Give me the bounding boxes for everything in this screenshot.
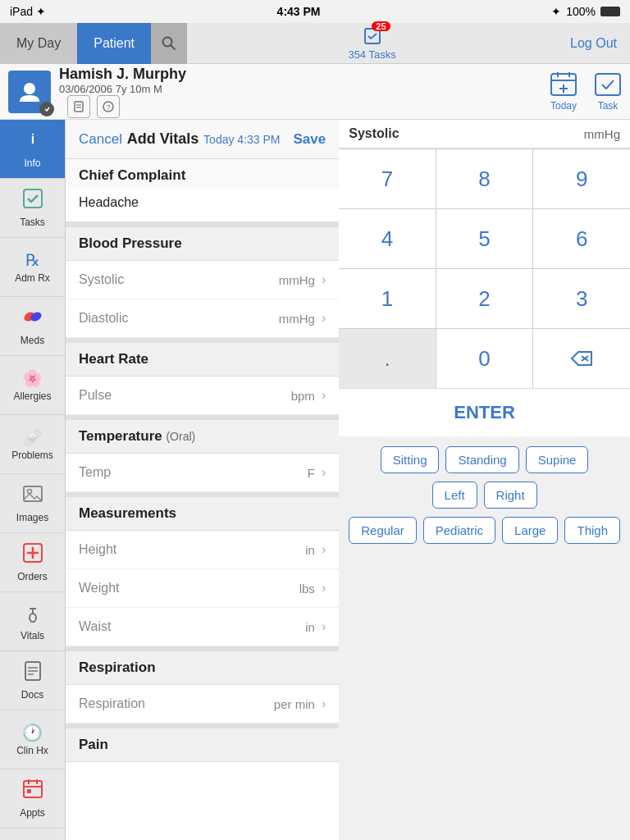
numpad-key-7[interactable]: 7 — [339, 149, 436, 208]
position-row-1: Sitting Standing Supine — [349, 446, 620, 473]
sidebar-item-info[interactable]: i Info — [0, 120, 65, 179]
numpad-key-2[interactable]: 2 — [436, 269, 533, 328]
chief-complaint-value: Headache — [66, 189, 339, 221]
waist-label: Waist — [79, 619, 305, 634]
numpad-label-row: Systolic mmHg — [339, 120, 630, 148]
weight-label: Weight — [79, 581, 299, 596]
save-button[interactable]: Save — [294, 131, 326, 148]
pulse-label: Pulse — [79, 388, 291, 403]
sidebar-item-orders[interactable]: Orders — [0, 533, 65, 592]
sidebar-images-label: Images — [16, 512, 48, 523]
numpad-key-dot[interactable]: . — [339, 329, 436, 388]
problems-icon: 🩹 — [22, 427, 43, 447]
sidebar-item-meds[interactable]: Meds — [0, 297, 65, 356]
sidebar-item-appts[interactable]: Appts — [0, 769, 65, 829]
adm-rx-icon: ℞ — [25, 250, 40, 270]
respiration-section: Respiration Respiration per min › — [66, 646, 339, 724]
allergies-icon: 🌸 — [22, 368, 43, 388]
heart-rate-header: Heart Rate — [66, 338, 339, 377]
numpad-key-8[interactable]: 8 — [436, 149, 533, 208]
sidebar-item-images[interactable]: Images — [0, 474, 65, 533]
sidebar-item-clin-hx[interactable]: 🕐 Clin Hx — [0, 710, 65, 769]
patient-help-icon[interactable]: ? — [97, 95, 120, 118]
logout-button[interactable]: Log Out — [557, 36, 630, 51]
sidebar-item-tasks[interactable]: Tasks — [0, 179, 65, 238]
numpad-key-5[interactable]: 5 — [436, 209, 533, 268]
weight-row[interactable]: Weight lbs › — [66, 569, 339, 608]
temp-label: Temp — [79, 465, 308, 480]
pulse-unit: bpm — [291, 389, 315, 403]
respiration-row[interactable]: Respiration per min › — [66, 685, 339, 724]
today-button[interactable]: Today — [550, 71, 578, 112]
sitting-button[interactable]: Sitting — [381, 446, 440, 473]
patient-name: Hamish J. Murphy — [59, 66, 186, 83]
cancel-button[interactable]: Cancel — [79, 131, 122, 148]
orders-icon — [22, 542, 43, 568]
sidebar-item-docs[interactable]: Docs — [0, 651, 65, 710]
sidebar-item-problems[interactable]: 🩹 Problems — [0, 415, 65, 474]
sidebar-info-label: Info — [24, 158, 40, 169]
sidebar-item-allergies[interactable]: 🌸 Allergies — [0, 356, 65, 415]
numpad-key-4[interactable]: 4 — [339, 209, 436, 268]
sidebar-item-vitals[interactable]: Vitals — [0, 592, 65, 651]
temp-arrow: › — [322, 465, 326, 480]
waist-row[interactable]: Waist in › — [66, 608, 339, 646]
sidebar-allergies-label: Allergies — [13, 390, 51, 402]
right-panel: Systolic mmHg 7 8 9 4 5 6 1 2 3 . 0 — [339, 120, 630, 840]
thigh-button[interactable]: Thigh — [564, 517, 620, 544]
pulse-arrow: › — [322, 388, 326, 403]
numpad-key-backspace[interactable] — [533, 329, 630, 388]
patient-info: Hamish J. Murphy 03/06/2006 7y 10m M ? — [59, 66, 186, 118]
blood-pressure-header: Blood Pressure — [66, 222, 339, 261]
left-button[interactable]: Left — [432, 482, 477, 509]
supine-button[interactable]: Supine — [526, 446, 589, 473]
pediatric-button[interactable]: Pediatric — [423, 517, 495, 544]
svg-rect-5 — [75, 102, 83, 112]
bluetooth-icon: ✦ — [551, 5, 561, 18]
respiration-unit: per min — [274, 697, 315, 711]
numpad-unit-label: mmHg — [584, 127, 620, 141]
regular-button[interactable]: Regular — [349, 517, 417, 544]
systolic-label: Systolic — [79, 272, 279, 287]
svg-text:?: ? — [106, 103, 110, 112]
my-day-tab[interactable]: My Day — [0, 23, 77, 64]
battery-icon — [600, 7, 620, 16]
tasks-section[interactable]: 25 354 Tasks — [187, 26, 557, 61]
numpad-key-9[interactable]: 9 — [533, 149, 630, 208]
height-row[interactable]: Height in › — [66, 531, 339, 569]
task-button[interactable]: Task — [594, 71, 622, 112]
calendar-add-icon — [550, 71, 578, 98]
systolic-row[interactable]: Systolic mmHg › — [66, 261, 339, 299]
weight-unit: lbs — [299, 582, 315, 596]
chief-complaint-section: Chief Complaint Headache — [66, 159, 339, 222]
measurements-section: Measurements Height in › Weight lbs › Wa… — [66, 492, 339, 646]
waist-unit: in — [305, 620, 315, 634]
numpad-key-1[interactable]: 1 — [339, 269, 436, 328]
pulse-row[interactable]: Pulse bpm › — [66, 377, 339, 415]
systolic-arrow: › — [322, 272, 326, 287]
meds-icon — [22, 306, 43, 332]
numpad-key-0[interactable]: 0 — [436, 329, 533, 388]
diastolic-row[interactable]: Diastolic mmHg › — [66, 299, 339, 338]
search-button[interactable] — [151, 23, 187, 64]
large-button[interactable]: Large — [502, 517, 558, 544]
sidebar-orders-label: Orders — [17, 571, 48, 582]
heart-rate-section: Heart Rate Pulse bpm › — [66, 338, 339, 415]
numpad-key-6[interactable]: 6 — [533, 209, 630, 268]
temp-unit: F — [308, 466, 315, 480]
standing-button[interactable]: Standing — [445, 446, 518, 473]
waist-arrow: › — [322, 619, 326, 634]
chief-complaint-header: Chief Complaint — [66, 159, 339, 189]
patient-doc-icon[interactable] — [67, 95, 90, 118]
right-button[interactable]: Right — [484, 482, 537, 509]
patient-tab[interactable]: Patient — [77, 23, 151, 64]
sidebar-adm-rx-label: Adm Rx — [15, 272, 50, 284]
svg-point-23 — [27, 490, 31, 494]
status-left: iPad ✦ — [10, 5, 46, 18]
temp-row[interactable]: Temp F › — [66, 454, 339, 492]
sidebar-item-adm-rx[interactable]: ℞ Adm Rx — [0, 238, 65, 297]
numpad-key-3[interactable]: 3 — [533, 269, 630, 328]
tasks-sidebar-icon — [22, 188, 43, 214]
patient-dob: 03/06/2006 7y 10m M — [59, 83, 186, 95]
enter-button[interactable]: ENTER — [339, 388, 630, 436]
